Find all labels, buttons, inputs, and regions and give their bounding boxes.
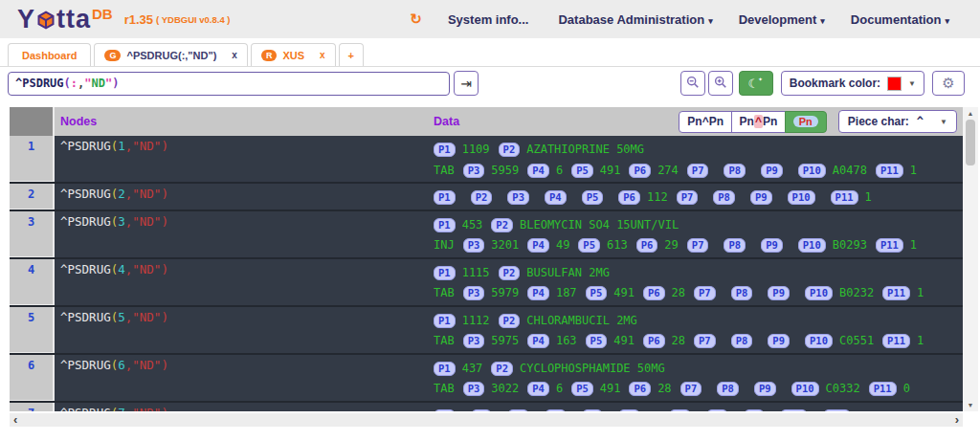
piece-mode-badge-button[interactable]: Pn (785, 111, 827, 133)
vertical-scrollbar[interactable]: ▲ ▼ (963, 107, 978, 411)
chevron-down-icon: ▼ (940, 118, 947, 126)
piece-badge: P2 (471, 190, 493, 205)
row-number[interactable]: 5 (10, 307, 55, 353)
node-subscript: 6 (118, 358, 125, 372)
piece-badge: P4 (527, 164, 549, 178)
tab-dashboard[interactable]: Dashboard (8, 43, 91, 66)
chevron-down-icon: ▾ (820, 16, 825, 26)
piece-value: 187 (556, 286, 577, 299)
piece-value: 491 (600, 382, 621, 395)
row-number[interactable]: 2 (10, 184, 55, 209)
logo-db: DB (92, 6, 113, 22)
table-row[interactable]: 3^PSDRUG(3,"ND")P1453P2BLEOMYCIN SO4 15U… (10, 211, 963, 259)
node-subscript: 7 (118, 406, 125, 412)
piece-value: 491 (613, 286, 635, 299)
grid-rows: 1^PSDRUG(1,"ND")P11109P2AZATHIOPRINE 50M… (10, 136, 963, 411)
piece-value: TAB (434, 286, 455, 299)
piece-badge: P11 (823, 409, 851, 412)
piece-mode-plain-button[interactable]: Pn^Pn (679, 111, 732, 133)
table-row[interactable]: 2^PSDRUG(2,"ND")P1P2P3P4P5P6112P7P8P9P10… (10, 184, 963, 211)
magnifier-minus-icon (686, 76, 700, 92)
row-number[interactable]: 6 (10, 355, 55, 401)
piece-badge: P1 (434, 409, 456, 412)
piece-value: TAB (434, 382, 455, 395)
run-query-button[interactable]: ⇥ (454, 71, 479, 96)
data-line: P1437P2CYCLOPHOSPHAMIDE 50MG (434, 358, 963, 379)
piece-badge: P8 (724, 164, 746, 178)
chevron-down-icon: ▼ (908, 79, 916, 88)
table-row[interactable]: 6^PSDRUG(6,"ND")P1437P2CYCLOPHOSPHAMIDE … (10, 355, 963, 403)
table-row[interactable]: 1^PSDRUG(1,"ND")P11109P2AZATHIOPRINE 50M… (10, 136, 963, 184)
data-line: TABP35959P46P5491P6274P7P8P9P10A0478P111 (434, 160, 963, 181)
piece-value: 6 (556, 382, 563, 395)
piece-badge: P10 (798, 238, 826, 253)
piece-badge: P2 (499, 143, 521, 157)
table-row[interactable]: 7^PSDRUG(7,"ND")P1P2P3P4P5P628P7P8P9P10P… (10, 403, 963, 412)
submit-arrow-icon: ⇥ (460, 76, 472, 91)
row-number[interactable]: 3 (10, 211, 55, 257)
piece-badge: P9 (754, 382, 776, 396)
piece-char-dropdown[interactable]: Piece char: ^ ▼ (838, 110, 957, 133)
piece-badge: P9 (768, 286, 790, 300)
zoom-out-button[interactable] (680, 71, 705, 96)
close-icon[interactable]: x (320, 50, 325, 60)
logo-text-y: Y (17, 5, 35, 34)
scroll-right-icon[interactable]: › (955, 414, 959, 426)
piece-badge: P11 (882, 286, 910, 300)
piece-badge: P9 (768, 334, 790, 348)
horizontal-scrollbar[interactable]: ‹ › (10, 413, 963, 427)
zoom-in-button[interactable] (708, 71, 733, 96)
piece-value: BLEOMYCIN SO4 15UNT/VIL (520, 218, 679, 232)
node-string-arg: ,"ND") (125, 214, 168, 229)
scroll-up-icon[interactable]: ▲ (968, 107, 974, 120)
tab-xus[interactable]: R XUS x (251, 43, 336, 66)
piece-badge: P8 (731, 334, 753, 348)
piece-badge: P8 (713, 190, 735, 205)
piece-value: TAB (434, 334, 455, 347)
piece-badge: P3 (463, 238, 485, 253)
piece-value: A0478 (833, 164, 867, 177)
nav-system-info[interactable]: System info... (448, 12, 533, 27)
piece-badge: P5 (571, 164, 593, 178)
nav-database-administration[interactable]: Database Administration▾ (558, 12, 712, 27)
table-row[interactable]: 5^PSDRUG(5,"ND")P11112P2CHLORAMBUCIL 2MG… (10, 307, 963, 355)
piece-badge: P10 (805, 286, 833, 300)
piece-value: 1 (917, 286, 924, 299)
piece-value: TAB (434, 164, 455, 177)
refresh-icon[interactable]: ↻ (410, 11, 422, 28)
close-icon[interactable]: x (232, 50, 237, 60)
data-line: INJP33201P449P5613P629P7P8P9P10B0293P111 (434, 234, 963, 255)
nav-development[interactable]: Development▾ (739, 12, 825, 27)
vertical-scrollbar-thumb[interactable] (966, 120, 975, 165)
nav-documentation[interactable]: Documentation▾ (851, 12, 949, 27)
tab-xus-label: XUS (282, 50, 304, 61)
piece-badge: P2 (491, 362, 513, 376)
settings-button[interactable]: ⚙ (932, 71, 965, 96)
piece-badge: P3 (463, 334, 485, 348)
piece-value: 453 (462, 218, 483, 232)
piece-badge: P8 (731, 286, 753, 300)
piece-value: 5979 (491, 286, 519, 299)
query-bar: ^PSDRUG(:,"ND") ⇥ ☾✦ Bookmark color: ▼ ⚙ (0, 67, 980, 99)
piece-mode-separator-button[interactable]: Pn^Pn (731, 111, 787, 133)
row-number[interactable]: 7 (10, 403, 55, 412)
scroll-left-icon[interactable]: ‹ (13, 414, 17, 426)
logo-text-tta: tta (56, 5, 91, 34)
gui-version-label: ( YDBGUI v0.8.4 ) (156, 14, 230, 25)
node-string-arg: ,"ND") (125, 139, 168, 153)
chevron-down-icon: ▾ (708, 16, 713, 26)
piece-value: 28 (657, 382, 671, 395)
global-query-input[interactable]: ^PSDRUG(:,"ND") (8, 72, 450, 96)
piece-value: AZATHIOPRINE 50MG (526, 143, 644, 156)
node-subscript: 1 (118, 139, 125, 153)
scroll-down-icon[interactable]: ▼ (968, 399, 974, 411)
piece-badge: P9 (761, 238, 783, 253)
table-row[interactable]: 4^PSDRUG(4,"ND")P11115P2BUSULFAN 2MGTABP… (10, 259, 963, 307)
bookmark-color-dropdown[interactable]: Bookmark color: ▼ (781, 71, 924, 96)
dark-mode-button[interactable]: ☾✦ (739, 71, 773, 96)
data-cell: P11115P2BUSULFAN 2MGTABP35979P4187P5491P… (434, 259, 963, 305)
add-tab-button[interactable]: + (339, 43, 364, 66)
tab-psdrug[interactable]: G ^PSDRUG(:,"ND") x (94, 43, 247, 66)
row-number[interactable]: 1 (10, 136, 55, 182)
row-number[interactable]: 4 (10, 259, 55, 305)
